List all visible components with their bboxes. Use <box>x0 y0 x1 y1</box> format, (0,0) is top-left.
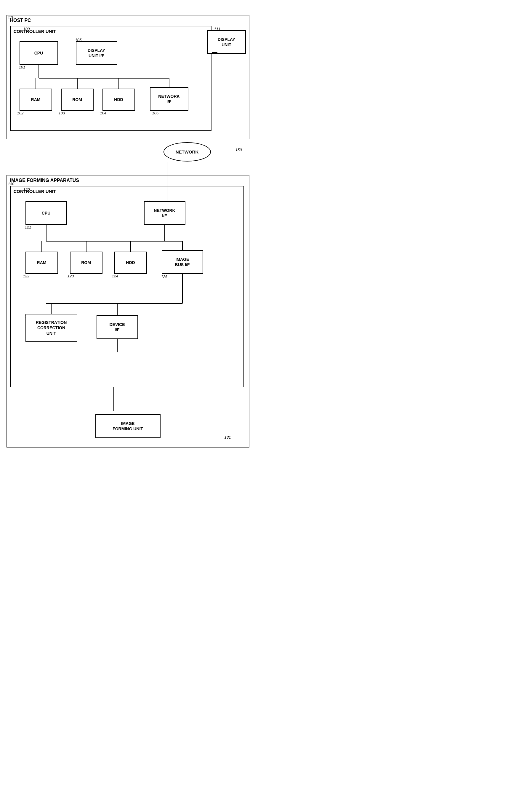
device-if-label: DEVICEI/F <box>109 322 125 333</box>
network-if-host-label: NETWORKI/F <box>158 93 179 104</box>
image-forming-unit-label: IMAGEFORMING UNIT <box>113 421 143 432</box>
ref-102: 102 <box>17 111 24 115</box>
hdd-ifa-label: HDD <box>126 260 135 265</box>
controller-unit-host: CONTROLLER UNIT 101 105 102 103 104 106 … <box>10 26 211 131</box>
cpu-host-box: CPU <box>19 41 58 65</box>
display-unit-ext-label: DISPLAYUNIT <box>218 37 235 47</box>
image-forming-unit-box: IMAGEFORMING UNIT <box>95 414 161 438</box>
image-bus-if-box: IMAGEBUS I/F <box>162 250 203 274</box>
network-if-ifa-label: NETWORKI/F <box>154 208 175 218</box>
ref-104: 104 <box>100 111 107 115</box>
display-unit-ext-box: DISPLAYUNIT <box>207 30 246 54</box>
cpu-ifa-label: CPU <box>42 211 50 216</box>
display-unit-if-label: DISPLAYUNIT I/F <box>88 48 105 58</box>
cpu-ifa-box: CPU <box>26 201 67 225</box>
ref-103: 103 <box>59 111 65 115</box>
network-if-ifa-box: NETWORKI/F <box>144 201 186 225</box>
ref-124: 124 <box>112 274 118 278</box>
host-pc-label: HOST PC <box>10 18 31 23</box>
ref-123: 123 <box>68 274 74 278</box>
rom-host-box: ROM <box>61 89 93 111</box>
network-label: NETWORK <box>176 149 199 155</box>
ram-ifa-label: RAM <box>37 260 46 265</box>
hdd-ifa-box: HDD <box>114 251 147 274</box>
ref-150: 150 <box>235 148 242 152</box>
ram-host-box: RAM <box>19 89 52 111</box>
controller-unit-ifa: CONTROLLER UNIT 121 125 122 123 124 126 … <box>10 186 244 387</box>
ram-host-label: RAM <box>31 97 41 102</box>
ref-122: 122 <box>23 274 30 278</box>
rom-ifa-box: ROM <box>70 251 102 274</box>
ref-121: 121 <box>25 225 31 229</box>
rom-ifa-label: ROM <box>81 260 91 265</box>
ref-106: 106 <box>152 111 159 115</box>
ref-126: 126 <box>161 274 168 279</box>
ref-131: 131 <box>224 435 231 439</box>
registration-correction-unit-label: REGISTRATIONCORRECTIONUNIT <box>36 320 67 336</box>
ram-ifa-box: RAM <box>26 251 58 274</box>
cpu-host-label: CPU <box>34 50 43 56</box>
rom-host-label: ROM <box>72 97 82 102</box>
controller-unit-host-label: CONTROLLER UNIT <box>14 29 56 34</box>
image-bus-if-label: IMAGEBUS I/F <box>175 257 190 267</box>
image-forming-apparatus-box: IMAGE FORMING APPARATUS 120 CONTROLLER U… <box>6 175 249 448</box>
network-if-host-box: NETWORKI/F <box>150 87 188 111</box>
hdd-host-box: HDD <box>102 89 135 111</box>
host-pc-box: HOST PC 100 CONTROLLER UNIT 101 105 102 … <box>6 15 249 139</box>
image-forming-apparatus-label: IMAGE FORMING APPARATUS <box>10 178 79 183</box>
hdd-host-label: HDD <box>114 97 123 102</box>
device-if-box: DEVICEI/F <box>97 315 138 339</box>
registration-correction-unit-box: REGISTRATIONCORRECTIONUNIT <box>26 314 77 342</box>
ref-101: 101 <box>19 65 26 69</box>
display-unit-if-box: DISPLAYUNIT I/F <box>76 41 117 65</box>
network-ellipse: NETWORK <box>163 142 211 161</box>
controller-unit-ifa-label: CONTROLLER UNIT <box>14 189 56 194</box>
diagram-container: 110 HOST PC 100 CONTROLLER UNIT 101 105 … <box>6 15 258 448</box>
